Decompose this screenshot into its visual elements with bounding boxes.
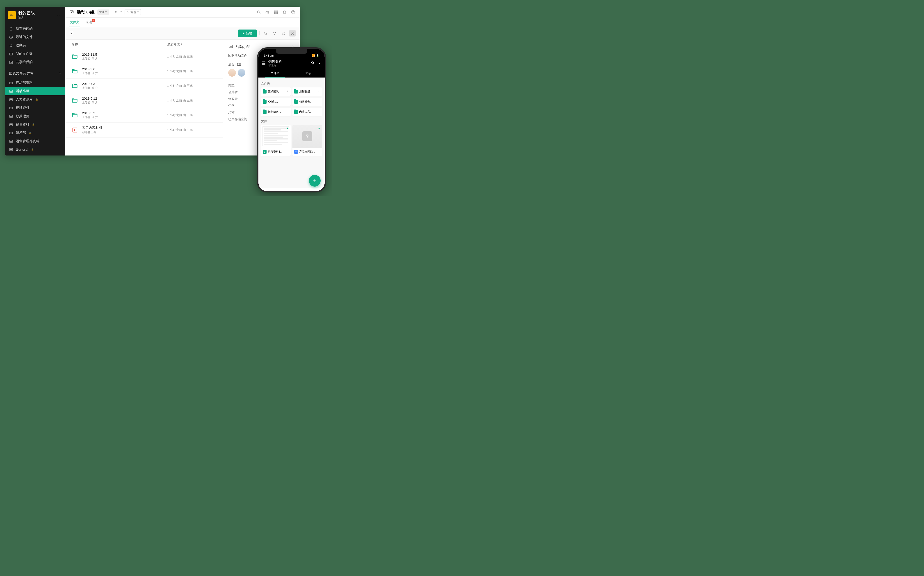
member-count-value: 32 xyxy=(119,10,122,14)
phone-folder-card[interactable]: 销售机会...⋮ xyxy=(293,98,322,106)
nav-label: 最近的文件 xyxy=(16,35,33,39)
team-folder-item[interactable]: 视频资料 xyxy=(5,104,66,112)
svg-point-15 xyxy=(11,100,11,100)
nav-all-unread[interactable]: 所有未读的 xyxy=(5,24,66,33)
more-menu-icon[interactable]: ⋮ xyxy=(57,13,62,18)
manage-dropdown[interactable]: 管理 ▾ xyxy=(125,9,141,15)
file-row[interactable]: 2019.11.5上传者 瑜 方 1 小时 之前 由 王锡 xyxy=(66,50,223,64)
svg-point-62 xyxy=(71,33,72,34)
sort-button[interactable]: Aᴢ xyxy=(262,30,269,37)
nav-shared[interactable]: 共享给我的 xyxy=(5,58,66,66)
team-folder-item-active[interactable]: 活动小组 xyxy=(5,87,66,95)
svg-rect-4 xyxy=(10,82,13,84)
team-folder-item[interactable]: 数据运营 xyxy=(5,112,66,120)
more-icon[interactable]: ⋮ xyxy=(286,100,289,104)
more-icon[interactable]: ⋮ xyxy=(318,150,320,154)
new-button[interactable]: +新建 xyxy=(238,29,257,37)
tab-unread[interactable]: 未读2 xyxy=(85,18,93,27)
team-folder-item[interactable]: 运营管理部资料 xyxy=(5,137,66,146)
folder-title: 活动小组 xyxy=(77,9,94,15)
team-avatar[interactable]: We xyxy=(8,11,16,19)
team-folder-item[interactable]: 销售资料 🔒 xyxy=(5,120,66,129)
team-folder-icon xyxy=(9,147,13,152)
more-icon[interactable]: ⋮ xyxy=(318,100,320,104)
row-sub: 上传者 瑜 方 xyxy=(82,72,167,75)
more-icon[interactable]: ⋮ xyxy=(286,110,289,114)
svg-point-60 xyxy=(71,33,71,33)
more-icon[interactable]: ⋮ xyxy=(318,90,320,93)
nav-my-folder[interactable]: 我的文件夹 xyxy=(5,50,66,58)
row-modified: 1 小时 之前 由 王锡 xyxy=(167,99,217,102)
phone-folder-card[interactable]: 原销售组...⋮ xyxy=(293,88,322,96)
col-name-header[interactable]: 名称 xyxy=(72,42,167,46)
svg-rect-54 xyxy=(275,13,275,13)
breadcrumb-root-icon[interactable] xyxy=(69,31,74,36)
team-folders-list: 产品部资料 活动小组 人力资源库 🔒 视频资料 数据运营 销售资料 xyxy=(5,77,66,155)
phone-folder-card[interactable]: 内蒙古私...⋮ xyxy=(293,108,322,116)
phone-tab-unread[interactable]: 未读 xyxy=(291,69,325,77)
folder-icon xyxy=(294,90,298,93)
file-row[interactable]: 2019.3.2上传者 瑜 方 1 小时 之前 由 王锡 xyxy=(66,108,223,123)
nav-recent[interactable]: 最近的文件 xyxy=(5,33,66,41)
presentation-icon xyxy=(72,127,78,133)
svg-rect-64 xyxy=(282,34,283,35)
row-title: 2019.7.3 xyxy=(82,82,167,86)
team-folder-item[interactable]: 研发部 🔒 xyxy=(5,129,66,137)
phone-body[interactable]: 文件夹 直销团队⋮ 原销售组...⋮ KH成功...⋮ 销售机会...⋮ 销售部… xyxy=(259,77,325,189)
svg-rect-51 xyxy=(275,12,275,13)
svg-rect-50 xyxy=(277,11,277,11)
more-icon[interactable]: ⋮ xyxy=(286,90,289,93)
view-toggle-button[interactable] xyxy=(280,30,286,37)
team-folder-item[interactable]: 人力资源库 🔒 xyxy=(5,95,66,104)
phone-folder-card[interactable]: 销售部数...⋮ xyxy=(261,108,291,116)
megaphone-icon[interactable] xyxy=(265,10,270,14)
apps-grid-icon[interactable] xyxy=(273,10,278,14)
more-icon[interactable]: ⋮ xyxy=(318,110,320,114)
file-row[interactable]: 2019.5.12上传者 瑜 方 1 小时 之前 由 王锡 xyxy=(66,93,223,108)
team-folder-item[interactable]: 产品部资料 xyxy=(5,78,66,87)
phone-file-card[interactable]: ? ★ ≡产品合同说...⋮ xyxy=(293,125,322,156)
folder-icon xyxy=(263,90,267,93)
folder-icon xyxy=(72,83,78,89)
help-icon[interactable] xyxy=(291,10,296,14)
bell-icon[interactable] xyxy=(282,10,287,14)
phone-search-icon[interactable] xyxy=(311,61,315,66)
svg-rect-12 xyxy=(10,99,13,101)
phone-more-icon[interactable]: ⋮ xyxy=(318,61,321,66)
team-folder-icon xyxy=(9,114,13,118)
svg-point-0 xyxy=(11,27,12,28)
svg-point-25 xyxy=(10,125,11,125)
more-icon[interactable]: ⋮ xyxy=(286,150,289,154)
team-folder-item[interactable]: General 🔒 xyxy=(5,146,66,154)
folder-icon xyxy=(72,98,78,104)
tab-files[interactable]: 文件夹 xyxy=(69,18,80,27)
file-badge-icon xyxy=(9,27,13,31)
chevron-down-icon: ▾ xyxy=(137,10,139,14)
team-folder-icon xyxy=(9,123,13,126)
phone-tab-files[interactable]: 文件夹 xyxy=(259,69,291,77)
lock-icon: 🔒 xyxy=(31,148,34,151)
phone-folder-card[interactable]: 直销团队⋮ xyxy=(261,88,291,96)
svg-point-9 xyxy=(10,91,11,91)
nav-favorites[interactable]: 收藏夹 xyxy=(5,41,66,50)
phone-notch xyxy=(276,49,307,54)
file-row[interactable]: 2019.9.6上传者 瑜 方 1 小时 之前 由 王锡 xyxy=(66,64,223,78)
col-modified-header[interactable]: 最后修改 ↓ xyxy=(167,42,217,46)
row-modified: 1 小时 之前 由 王锡 xyxy=(167,69,217,73)
info-panel-button[interactable] xyxy=(289,30,296,37)
filter-button[interactable] xyxy=(271,30,278,37)
phone-tabs: 文件夹 未读 xyxy=(259,69,325,77)
file-row[interactable]: 2019.7.3上传者 瑜 方 1 小时 之前 由 王锡 xyxy=(66,78,223,93)
file-row[interactable]: 实习内容材料创建者 王锡 1 小时 之前 由 王锡 xyxy=(66,123,223,138)
member-count-button[interactable]: 32 xyxy=(115,10,122,14)
phone-file-card[interactable]: ★ ▲宣传资料3...⋮ xyxy=(261,125,291,156)
svg-point-23 xyxy=(11,117,11,117)
hamburger-icon[interactable]: ☰ xyxy=(262,61,265,66)
plus-icon: + xyxy=(243,32,245,35)
add-team-folder-button[interactable]: + xyxy=(59,71,61,76)
phone-fab-button[interactable]: + xyxy=(309,175,321,187)
team-folder-icon xyxy=(9,139,13,143)
folder-label: 销售资料 xyxy=(16,122,29,126)
phone-folder-card[interactable]: KH成功...⋮ xyxy=(261,98,291,106)
search-icon[interactable] xyxy=(256,10,261,14)
